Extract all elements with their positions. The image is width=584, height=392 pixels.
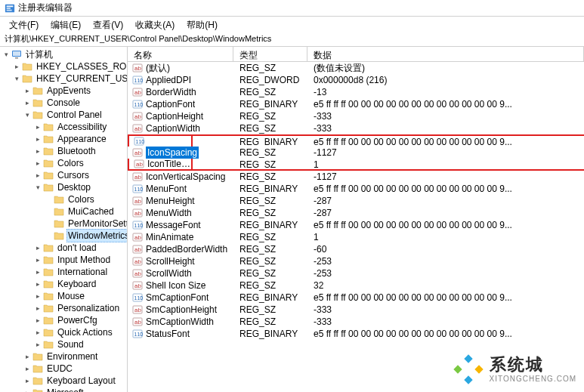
menu-view[interactable]: 查看(V) bbox=[88, 18, 128, 30]
tree-toggle-icon[interactable]: ▸ bbox=[33, 328, 42, 337]
column-type[interactable]: 类型 bbox=[233, 47, 307, 61]
tree-item[interactable]: ▸Accessibility bbox=[33, 121, 127, 133]
tree-item[interactable]: ▸Quick Actions bbox=[33, 326, 127, 338]
tree-toggle-icon[interactable]: ▸ bbox=[23, 86, 32, 95]
tree-item-label: EUDC bbox=[45, 363, 74, 375]
tree-toggle-icon[interactable]: ▸ bbox=[33, 292, 42, 301]
tree-item[interactable]: ▸Colors bbox=[33, 157, 127, 169]
tree-item[interactable]: ▸HKEY_CLASSES_ROOT bbox=[12, 60, 127, 73]
menu-help[interactable]: 帮助(H) bbox=[182, 18, 222, 30]
tree-item[interactable]: ▾计算机 bbox=[2, 48, 127, 60]
list-row[interactable]: 110MessageFontREG_BINARYe5 ff ff ff 00 0… bbox=[128, 219, 584, 231]
list-row[interactable]: 110StatusFontREG_BINARYe5 ff ff ff 00 00… bbox=[128, 328, 584, 340]
tree-item[interactable]: ▸Appearance bbox=[33, 133, 127, 145]
list-pane[interactable]: 名称 类型 数据 ab(默认)REG_SZ(数值未设置)110AppliedDP… bbox=[128, 47, 584, 392]
tree-pane[interactable]: ▾计算机▸HKEY_CLASSES_ROOT▾HKEY_CURRENT_USER… bbox=[0, 47, 128, 392]
tree-item[interactable]: MuiCached bbox=[44, 205, 127, 218]
tree-item[interactable]: ▸Keyboard bbox=[33, 278, 127, 290]
tree-item[interactable]: ▸Microsoft bbox=[23, 387, 127, 392]
list-row[interactable]: abScrollWidthREG_SZ-253 bbox=[128, 267, 584, 279]
tree-item[interactable]: ▸Cursors bbox=[33, 169, 127, 181]
tree-toggle-icon[interactable]: ▾ bbox=[23, 110, 32, 119]
svg-text:ab: ab bbox=[134, 270, 141, 277]
cell-data: -333 bbox=[307, 316, 584, 328]
tree-toggle-icon[interactable]: ▸ bbox=[33, 340, 42, 349]
tree-toggle-icon[interactable]: ▾ bbox=[2, 50, 11, 59]
cell-type: REG_SZ bbox=[233, 243, 307, 255]
tree-item[interactable]: ▾HKEY_CURRENT_USER bbox=[12, 73, 127, 85]
tree-toggle-icon[interactable]: ▸ bbox=[12, 62, 21, 71]
tree-item[interactable]: ▾Control Panel bbox=[23, 109, 127, 121]
tree-item[interactable]: ▸International bbox=[33, 266, 127, 278]
list-row[interactable]: abMenuHeightREG_SZ-287 bbox=[128, 195, 584, 207]
tree-toggle-icon[interactable]: ▸ bbox=[23, 352, 32, 361]
list-row[interactable]: 110CaptionFontREG_BINARYe5 ff ff ff 00 0… bbox=[128, 98, 584, 110]
tree-item[interactable]: ▸PowerCfg bbox=[33, 314, 127, 326]
addressbar[interactable]: 计算机\HKEY_CURRENT_USER\Control Panel\Desk… bbox=[0, 32, 584, 47]
list-row[interactable]: abCaptionWidthREG_SZ-333 bbox=[128, 122, 584, 134]
tree-item[interactable]: ▸Console bbox=[23, 97, 127, 109]
tree-toggle-icon[interactable]: ▸ bbox=[23, 98, 32, 107]
list-row[interactable]: 110SmCaptionFontREG_BINARYe5 ff ff ff 00… bbox=[128, 292, 584, 304]
tree-item-label: Console bbox=[45, 97, 82, 109]
tree-item[interactable]: ▸Mouse bbox=[33, 290, 127, 302]
tree-toggle-icon[interactable]: ▸ bbox=[33, 171, 42, 180]
list-row[interactable]: abIconSpacingREG_SZ-1127 bbox=[128, 147, 584, 159]
tree-item[interactable]: ▸don't load bbox=[33, 242, 127, 254]
tree-item[interactable]: ▸EUDC bbox=[23, 363, 127, 375]
list-row[interactable]: abIconVerticalSpacingREG_SZ-1127 bbox=[128, 171, 584, 183]
list-row[interactable]: abMenuWidthREG_SZ-287 bbox=[128, 207, 584, 219]
tree-item[interactable]: ▸Keyboard Layout bbox=[23, 375, 127, 387]
tree-item[interactable]: PerMonitorSettin bbox=[44, 218, 127, 230]
tree-toggle-icon[interactable]: ▸ bbox=[23, 364, 32, 373]
tree-toggle-icon[interactable]: ▸ bbox=[23, 388, 32, 392]
list-row[interactable]: abCaptionHeightREG_SZ-333 bbox=[128, 110, 584, 122]
tree-toggle-icon[interactable]: ▾ bbox=[12, 74, 21, 83]
list-row[interactable]: 110REG_BINARYe5 ff ff ff 00 00 00 00 00 … bbox=[128, 134, 584, 147]
list-row[interactable]: abSmCaptionHeightREG_SZ-333 bbox=[128, 304, 584, 316]
list-row[interactable]: 110MenuFontREG_BINARYe5 ff ff ff 00 00 0… bbox=[128, 183, 584, 195]
tree-toggle-icon[interactable]: ▸ bbox=[33, 243, 42, 252]
tree-item[interactable]: ▸Environment bbox=[23, 350, 127, 363]
tree-toggle-icon[interactable]: ▾ bbox=[33, 183, 42, 192]
cell-name: abIconVerticalSpacing bbox=[128, 171, 233, 183]
tree-item[interactable]: Colors bbox=[44, 193, 127, 205]
tree-toggle-icon[interactable]: ▸ bbox=[33, 147, 42, 156]
column-name[interactable]: 名称 bbox=[128, 47, 233, 61]
column-data[interactable]: 数据 bbox=[307, 47, 584, 61]
tree-item[interactable]: WindowMetrics bbox=[44, 230, 127, 242]
tree-toggle-icon[interactable]: ▸ bbox=[33, 316, 42, 325]
tree-item[interactable]: ▸AppEvents bbox=[23, 85, 127, 97]
menu-fav[interactable]: 收藏夹(A) bbox=[131, 18, 179, 30]
folder-icon bbox=[43, 171, 54, 180]
tree-toggle-icon[interactable]: ▸ bbox=[33, 255, 42, 264]
string-value-icon: ab bbox=[132, 147, 143, 158]
tree-toggle-icon[interactable]: ▸ bbox=[33, 279, 42, 289]
list-row[interactable]: abScrollHeightREG_SZ-253 bbox=[128, 255, 584, 267]
tree-item[interactable]: ▾Desktop bbox=[33, 181, 127, 193]
list-row[interactable]: abPaddedBorderWidthREG_SZ-60 bbox=[128, 243, 584, 255]
tree-item[interactable]: ▸Sound bbox=[33, 338, 127, 350]
svg-rect-5 bbox=[13, 51, 20, 56]
list-row[interactable]: abIconTitleWrapREG_SZ1 bbox=[128, 159, 584, 171]
tree-toggle-icon[interactable]: ▸ bbox=[33, 159, 42, 168]
tree-toggle-icon[interactable]: ▸ bbox=[33, 134, 42, 144]
tree-item[interactable]: ▸Input Method bbox=[33, 254, 127, 266]
svg-text:110: 110 bbox=[134, 78, 144, 83]
list-row[interactable]: abSmCaptionWidthREG_SZ-333 bbox=[128, 316, 584, 328]
tree-toggle-icon[interactable]: ▸ bbox=[33, 267, 42, 276]
tree-toggle-icon[interactable]: ▸ bbox=[33, 304, 42, 313]
list-row[interactable]: abBorderWidthREG_SZ-13 bbox=[128, 86, 584, 98]
tree-item[interactable]: ▸Personalization bbox=[33, 302, 127, 314]
list-row[interactable]: abMinAnimateREG_SZ1 bbox=[128, 231, 584, 243]
tree-toggle-icon[interactable]: ▸ bbox=[33, 122, 42, 131]
menu-file[interactable]: 文件(F) bbox=[5, 18, 43, 30]
tree-item[interactable]: ▸Bluetooth bbox=[33, 145, 127, 157]
list-row[interactable]: ab(默认)REG_SZ(数值未设置) bbox=[128, 62, 584, 74]
menu-edit[interactable]: 编辑(E) bbox=[46, 18, 85, 30]
tree-toggle-icon[interactable]: ▸ bbox=[23, 376, 32, 385]
list-row[interactable]: 110AppliedDPIREG_DWORD0x000000d8 (216) bbox=[128, 74, 584, 86]
folder-icon bbox=[43, 183, 54, 192]
list-row[interactable]: abShell Icon SizeREG_SZ32 bbox=[128, 279, 584, 292]
value-name: AppliedDPI bbox=[146, 74, 191, 86]
